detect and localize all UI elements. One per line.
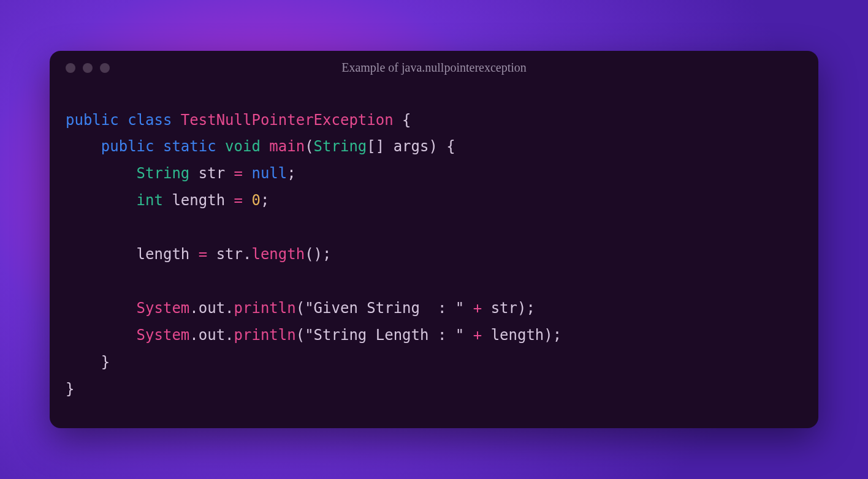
- code-token-punc: [225, 192, 234, 209]
- code-token-punc: ();: [305, 246, 331, 263]
- code-token-punc: .: [189, 300, 198, 317]
- code-token-fn: length: [251, 246, 305, 263]
- code-token-punc: [189, 246, 198, 263]
- code-token-punc: [66, 326, 137, 344]
- code-token-punc: [66, 300, 137, 317]
- code-line: [66, 214, 802, 241]
- code-token-punc: }: [66, 353, 110, 371]
- code-token-fn: main: [269, 138, 305, 155]
- code-token-punc: [225, 165, 234, 182]
- code-token-type: String: [137, 165, 190, 182]
- code-token-punc: );: [517, 300, 535, 317]
- code-token-punc: []: [367, 138, 393, 155]
- code-token-punc: [66, 246, 137, 263]
- code-token-punc: [261, 138, 269, 155]
- code-token-num: 0: [251, 192, 260, 209]
- code-token-punc: [207, 246, 216, 263]
- code-token-punc: .: [243, 246, 251, 263]
- code-line: String str = null;: [66, 160, 802, 187]
- code-token-punc: .: [189, 326, 198, 344]
- code-token-null: null: [251, 165, 287, 182]
- code-window: Example of java.nullpointerexception pub…: [50, 51, 818, 429]
- code-token-class: class: [128, 111, 172, 129]
- code-token-punc: (: [296, 300, 305, 317]
- code-token-op: =: [234, 192, 243, 209]
- code-token-kw: static: [163, 138, 216, 155]
- code-token-punc: .: [225, 300, 234, 317]
- code-token-kw: public: [101, 138, 154, 155]
- code-token-op: =: [234, 165, 243, 182]
- code-token-var: length: [172, 192, 225, 209]
- code-token-punc: [464, 300, 473, 317]
- code-token-punc: .: [225, 326, 234, 344]
- maximize-icon[interactable]: [100, 63, 110, 73]
- code-token-var: str: [199, 165, 225, 182]
- code-token-type: void: [225, 138, 261, 155]
- code-token-var: length: [137, 246, 190, 263]
- code-token-var: length: [491, 326, 544, 344]
- code-token-fn: println: [234, 326, 296, 344]
- code-line: }: [66, 376, 802, 403]
- code-line: System.out.println("Given String : " + s…: [66, 295, 802, 322]
- window-title: Example of java.nullpointerexception: [50, 61, 818, 75]
- code-line: public static void main(String[] args) {: [66, 134, 802, 160]
- code-token-punc: [482, 326, 490, 344]
- code-token-punc: (: [305, 138, 313, 155]
- code-token-punc: [243, 192, 251, 209]
- code-token-punc: (: [296, 326, 305, 344]
- code-token-typeN: System: [137, 300, 190, 317]
- code-token-var: str: [216, 246, 243, 263]
- code-line: public class TestNullPointerException {: [66, 107, 802, 134]
- code-token-punc: [172, 111, 180, 129]
- code-token-op: +: [473, 326, 482, 344]
- code-token-fn: println: [234, 300, 296, 317]
- code-token-punc: [154, 138, 163, 155]
- code-token-kw: public: [66, 111, 119, 129]
- code-token-punc: {: [394, 111, 411, 129]
- code-line: [66, 268, 802, 295]
- code-token-punc: ;: [287, 165, 295, 182]
- code-token-var: str: [491, 300, 517, 317]
- window-titlebar: Example of java.nullpointerexception: [50, 51, 818, 78]
- code-token-punc: [482, 300, 490, 317]
- code-token-str: "Given String : ": [305, 300, 464, 317]
- code-token-typeN: TestNullPointerException: [181, 111, 394, 129]
- code-token-punc: }: [66, 380, 74, 398]
- code-token-var: args: [394, 138, 429, 155]
- code-line: int length = 0;: [66, 187, 802, 214]
- minimize-icon[interactable]: [83, 63, 93, 73]
- code-token-var: out: [199, 300, 225, 317]
- code-token-str: "String Length : ": [305, 326, 464, 344]
- code-token-typeN: System: [137, 326, 190, 344]
- code-token-op: +: [473, 300, 482, 317]
- code-token-punc: [66, 138, 101, 155]
- code-token-punc: [189, 165, 198, 182]
- code-token-punc: );: [544, 326, 562, 344]
- code-token-var: out: [199, 326, 225, 344]
- code-token-punc: [66, 192, 137, 209]
- code-token-punc: [163, 192, 172, 209]
- close-icon[interactable]: [66, 63, 75, 73]
- code-line: length = str.length();: [66, 241, 802, 268]
- code-token-punc: [243, 165, 251, 182]
- code-content: public class TestNullPointerException { …: [50, 78, 818, 429]
- window-controls: [66, 63, 110, 73]
- code-token-punc: ;: [261, 192, 269, 209]
- code-token-punc: [66, 165, 137, 182]
- code-line: }: [66, 349, 802, 376]
- code-token-punc: [216, 138, 225, 155]
- code-token-punc: [464, 326, 473, 344]
- code-token-punc: ) {: [428, 138, 455, 155]
- code-token-type: int: [137, 192, 163, 209]
- code-token-type: String: [314, 138, 367, 155]
- code-line: System.out.println("String Length : " + …: [66, 322, 802, 349]
- code-token-op: =: [199, 246, 207, 263]
- code-token-punc: [119, 111, 128, 129]
